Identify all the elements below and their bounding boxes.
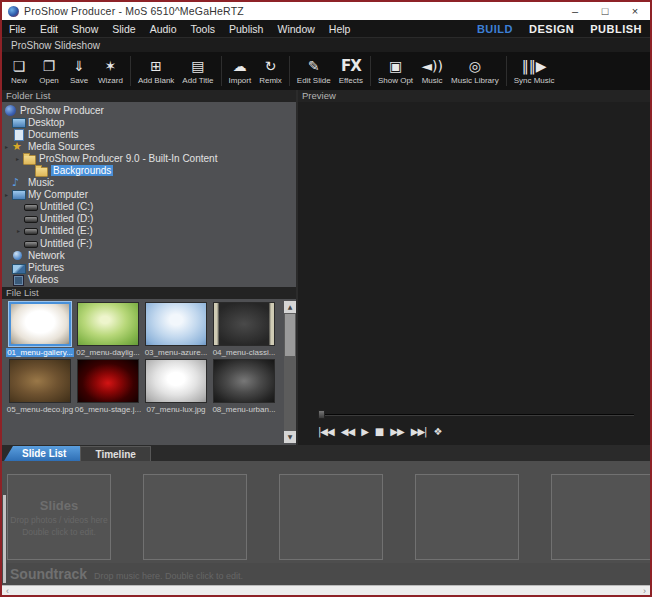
expander-arrow-icon[interactable]: ▸ — [5, 191, 12, 198]
tree-item-my-computer[interactable]: ▸My Computer — [2, 189, 296, 201]
toolbar-new-button[interactable]: ❏New — [4, 53, 34, 89]
slide-placeholder[interactable] — [143, 474, 247, 560]
mode-build[interactable]: BUILD — [477, 23, 513, 35]
mode-design[interactable]: DESIGN — [529, 23, 574, 35]
play-icon[interactable]: ▶ — [361, 426, 368, 437]
toolbar-save-button[interactable]: ⇓Save — [64, 53, 94, 89]
tree-item-label: Pictures — [28, 262, 64, 273]
toolbar-add-title-button[interactable]: ▤Add Title — [178, 53, 217, 89]
maximize-button[interactable]: □ — [590, 2, 620, 20]
menu-tools[interactable]: Tools — [184, 23, 223, 35]
tab-slide-list[interactable]: Slide List — [4, 446, 80, 461]
sync-music-icon: ‖‖▶ — [522, 57, 547, 75]
scroll-down-icon[interactable]: ▼ — [284, 431, 296, 443]
scrollbar-thumb[interactable] — [285, 314, 295, 356]
toolbar-music-library-button[interactable]: ◎Music Library — [447, 53, 503, 89]
menu-file[interactable]: File — [2, 23, 33, 35]
soundtrack-row[interactable]: Soundtrack Drop music here. Double click… — [2, 563, 650, 585]
menu-show[interactable]: Show — [65, 23, 105, 35]
tree-item-untitled-f-[interactable]: Untitled (F:) — [2, 237, 296, 249]
menu-publish[interactable]: Publish — [222, 23, 270, 35]
slide-placeholder[interactable] — [279, 474, 383, 560]
file-item[interactable]: 04_menu-classi... — [210, 302, 278, 357]
tree-item-backgrounds[interactable]: Backgrounds — [2, 164, 296, 176]
menu-help[interactable]: Help — [322, 23, 358, 35]
tree-item-untitled-d-[interactable]: Untitled (D:) — [2, 213, 296, 225]
seek-handle[interactable] — [318, 410, 325, 419]
toolbar-button-label: Wizard — [98, 76, 123, 85]
toolbar-separator — [370, 56, 371, 86]
toolbar-effects-button[interactable]: FXEffects — [335, 53, 367, 89]
file-thumbnail[interactable] — [9, 302, 71, 346]
rewind-icon[interactable]: ◀◀ — [341, 426, 354, 437]
toolbar-edit-slide-button[interactable]: ✎Edit Slide — [293, 53, 335, 89]
slide-strip-left-scrollbar[interactable] — [3, 495, 6, 583]
expander-arrow-icon[interactable]: ▸ — [17, 227, 24, 234]
tree-item-untitled-c-[interactable]: Untitled (C:) — [2, 201, 296, 213]
toolbar-sync-music-button[interactable]: ‖‖▶Sync Music — [510, 53, 559, 89]
mode-publish[interactable]: PUBLISH — [590, 23, 642, 35]
file-thumbnail[interactable] — [9, 359, 71, 403]
scroll-up-icon[interactable]: ▲ — [284, 301, 296, 313]
slide-placeholder[interactable] — [551, 474, 650, 560]
tree-item-videos[interactable]: Videos — [2, 273, 296, 285]
seek-bar[interactable] — [318, 410, 634, 420]
skip-to-end-icon[interactable]: ▶▶| — [411, 426, 427, 437]
scroll-right-icon[interactable]: › — [639, 586, 650, 596]
file-thumbnail[interactable] — [77, 302, 139, 346]
file-list-scrollbar[interactable]: ▲ ▼ — [284, 301, 296, 443]
toolbar-separator — [506, 56, 507, 86]
toolbar-import-button[interactable]: ☁Import — [225, 53, 256, 89]
skip-to-start-icon[interactable]: |◀◀ — [318, 426, 334, 437]
toolbar-music-button[interactable]: ◄))Music — [417, 53, 447, 89]
file-label: 06_menu-stage.j... — [74, 405, 142, 414]
menu-audio[interactable]: Audio — [143, 23, 184, 35]
tree-item-music[interactable]: ♪Music — [2, 177, 296, 189]
tree-item-proshow-producer[interactable]: ProShow Producer — [2, 104, 296, 116]
slide-placeholder[interactable] — [415, 474, 519, 560]
menu-window[interactable]: Window — [270, 23, 321, 35]
file-item[interactable]: 03_menu-azure... — [142, 302, 210, 357]
toolbar-show-opt-button[interactable]: ▣Show Opt — [374, 53, 417, 89]
file-thumbnail[interactable] — [77, 359, 139, 403]
fullscreen-icon[interactable]: ❖ — [433, 426, 441, 437]
expander-arrow-icon[interactable]: ▸ — [16, 155, 23, 162]
tree-item-documents[interactable]: Documents — [2, 128, 296, 140]
tree-item-network[interactable]: Network — [2, 249, 296, 261]
file-item[interactable]: 07_menu-lux.jpg — [142, 359, 210, 414]
file-item[interactable]: 06_menu-stage.j... — [74, 359, 142, 414]
preview-viewport: |◀◀◀◀▶■▶▶▶▶|❖ — [298, 102, 650, 445]
file-thumbnail[interactable] — [145, 302, 207, 346]
file-thumbnail[interactable] — [145, 359, 207, 403]
toolbar-add-blank-button[interactable]: ⊞Add Blank — [134, 53, 178, 89]
file-thumbnail[interactable] — [213, 359, 275, 403]
scroll-left-icon[interactable]: ‹ — [2, 586, 13, 596]
close-button[interactable]: × — [620, 2, 650, 20]
menu-slide[interactable]: Slide — [105, 23, 142, 35]
tree-item-media-sources[interactable]: ▸★Media Sources — [2, 140, 296, 152]
tree-item-proshow-producer-9-0-built-in-content[interactable]: ▸ProShow Producer 9.0 - Built-In Content — [2, 152, 296, 164]
file-thumbnail[interactable] — [213, 302, 275, 346]
seek-track[interactable] — [318, 414, 634, 416]
toolbar-wizard-button[interactable]: ✶Wizard — [94, 53, 127, 89]
menu-edit[interactable]: Edit — [33, 23, 65, 35]
toolbar-open-button[interactable]: ❐Open — [34, 53, 64, 89]
tree-item-pictures[interactable]: Pictures — [2, 261, 296, 273]
tab-timeline[interactable]: Timeline — [80, 446, 150, 461]
horizontal-scrollbar[interactable]: ‹ › — [2, 585, 650, 595]
toolbar-remix-button[interactable]: ↻Remix — [255, 53, 286, 89]
file-item[interactable]: 02_menu-daylig... — [74, 302, 142, 357]
tree-item-desktop[interactable]: Desktop — [2, 116, 296, 128]
add-title-slide-icon: ▤ — [191, 57, 204, 75]
stop-icon[interactable]: ■ — [375, 426, 383, 437]
tree-item-untitled-e-[interactable]: ▸Untitled (E:) — [2, 225, 296, 237]
network-icon — [12, 250, 24, 261]
file-item[interactable]: 01_menu-gallery... — [6, 302, 74, 357]
fast-forward-icon[interactable]: ▶▶ — [390, 426, 403, 437]
file-item[interactable]: 05_menu-deco.jpg — [6, 359, 74, 414]
expander-arrow-icon[interactable]: ▸ — [5, 143, 12, 150]
slide-placeholder[interactable]: SlidesDrop photos / videos hereDouble cl… — [7, 474, 111, 560]
file-label: 07_menu-lux.jpg — [142, 405, 210, 414]
file-item[interactable]: 08_menu-urban... — [210, 359, 278, 414]
minimize-button[interactable]: – — [560, 2, 590, 20]
